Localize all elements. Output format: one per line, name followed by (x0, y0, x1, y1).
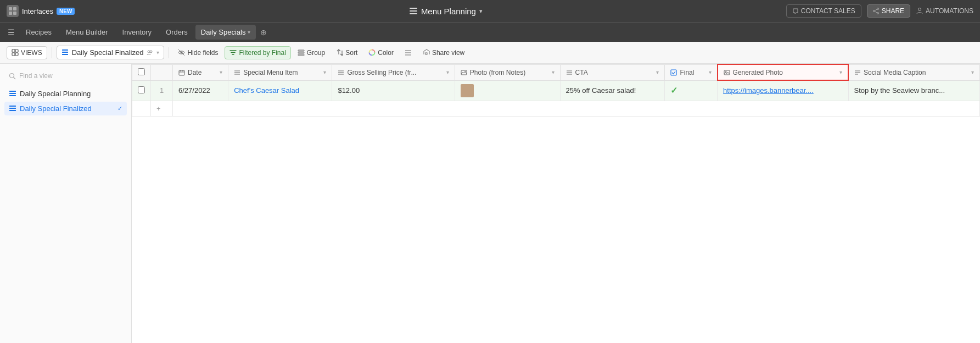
sort-icon (336, 49, 343, 56)
separator-2 (169, 47, 169, 58)
add-row-checkbox (132, 101, 151, 116)
nav-tab-orders[interactable]: Orders (159, 25, 194, 40)
app-title-arrow: ▾ (479, 8, 483, 15)
svg-point-9 (873, 10, 875, 12)
smi-col-arrow: ▾ (323, 69, 326, 75)
contact-sales-button[interactable]: CONTACT SALES (786, 4, 861, 18)
svg-rect-4 (410, 8, 417, 9)
svg-rect-2 (9, 12, 12, 15)
row-checkbox[interactable] (138, 86, 145, 93)
gsp-col-arrow: ▾ (446, 69, 449, 75)
row-cta-cell: 25% off Caesar salad! (560, 80, 665, 101)
svg-point-21 (150, 51, 152, 53)
sidebar: Find a view Daily Special Planning Daily… (0, 64, 132, 343)
th-row-num (151, 64, 173, 80)
interfaces-logo[interactable]: Interfaces NEW (7, 5, 75, 17)
color-button[interactable]: Color (364, 47, 398, 59)
sidebar-item-finalized-label: Daily Special Finalized (20, 104, 92, 113)
svg-rect-17 (62, 49, 68, 51)
views-label: VIEWS (21, 49, 42, 57)
svg-rect-6 (410, 13, 417, 14)
photo-icon (724, 69, 730, 76)
row-height-button[interactable] (400, 47, 416, 58)
svg-rect-25 (298, 52, 304, 53)
add-row-plus[interactable]: + (151, 101, 173, 116)
svg-rect-40 (179, 70, 184, 75)
svg-rect-38 (9, 108, 16, 109)
row-checkbox-cell[interactable] (132, 80, 151, 101)
smc-col-arrow: ▾ (971, 69, 974, 75)
view-name-arrow: ▾ (156, 49, 159, 56)
filter-label: Filtered by Final (239, 49, 285, 57)
main-layout: Find a view Daily Special Planning Daily… (0, 64, 980, 343)
svg-rect-18 (62, 52, 68, 53)
sort-button[interactable]: Sort (332, 47, 362, 59)
row-generated-photo-cell[interactable]: https://images.bannerbear.... (718, 80, 848, 101)
view-name-button[interactable]: Daily Special Finalized ▾ (57, 46, 165, 59)
select-all-checkbox[interactable] (138, 68, 145, 75)
sidebar-item-finalized[interactable]: Daily Special Finalized ✓ (4, 102, 127, 115)
grid-icon-finalized (9, 105, 16, 113)
photo-col-arrow: ▾ (552, 69, 555, 75)
svg-rect-37 (9, 106, 16, 107)
grid-view-icon (61, 49, 69, 56)
contact-sales-label: CONTACT SALES (801, 7, 855, 15)
color-label: Color (378, 49, 394, 57)
user-group-icon (147, 49, 153, 56)
sidebar-item-planning[interactable]: Daily Special Planning (4, 87, 127, 101)
top-bar-center: Menu Planning ▾ (110, 7, 782, 16)
secondary-nav: ☰ Recipes Menu Builder Inventory Orders … (0, 22, 980, 42)
svg-point-12 (919, 8, 921, 11)
nav-tab-inventory[interactable]: Inventory (116, 25, 158, 40)
svg-rect-55 (671, 70, 676, 75)
generated-photo-link[interactable]: https://images.bannerbear.... (723, 86, 814, 95)
th-gross-selling-price[interactable]: Gross Selling Price (fr... ▾ (332, 64, 455, 80)
row-height-icon (405, 49, 412, 56)
views-button[interactable]: VIEWS (7, 46, 47, 59)
toolbar: VIEWS Daily Special Finalized ▾ Hide fie… (0, 42, 980, 64)
row-menu-item-cell[interactable]: Chef's Caesar Salad (228, 80, 332, 101)
cta-col-arrow: ▾ (656, 69, 659, 75)
sidebar-search-placeholder: Find a view (19, 72, 53, 80)
list-icon-3 (566, 69, 573, 76)
nav-tab-recipes[interactable]: Recipes (19, 25, 58, 40)
eye-icon (178, 49, 185, 56)
new-badge: NEW (57, 8, 75, 15)
add-row[interactable]: + (132, 101, 980, 116)
svg-rect-1 (13, 7, 16, 10)
filter-button[interactable]: Filtered by Final (225, 46, 290, 59)
hide-fields-button[interactable]: Hide fields (173, 47, 222, 59)
th-social-media-caption[interactable]: Social Media Caption ▾ (848, 64, 979, 80)
th-special-menu-item[interactable]: Special Menu Item ▾ (228, 64, 332, 80)
hide-fields-label: Hide fields (187, 49, 218, 57)
nav-tab-daily-specials[interactable]: Daily Specials ▾ (195, 25, 256, 40)
th-date[interactable]: Date ▾ (173, 64, 228, 80)
th-generated-photo[interactable]: Generated Photo ▾ (718, 64, 848, 80)
svg-line-10 (875, 9, 877, 10)
menu-item-link[interactable]: Chef's Caesar Salad (234, 86, 299, 95)
app-title[interactable]: Menu Planning (421, 7, 476, 16)
row-date-cell[interactable]: 6/27/2022 (173, 80, 228, 101)
add-tab-button[interactable]: ⊕ (257, 25, 270, 40)
automations-button[interactable]: AUTOMATIONS (916, 7, 973, 15)
final-checkmark: ✓ (670, 86, 677, 95)
th-final[interactable]: Final ▾ (665, 64, 718, 80)
th-checkbox[interactable] (132, 64, 151, 80)
svg-point-20 (148, 51, 150, 53)
svg-point-7 (877, 8, 878, 10)
svg-rect-35 (9, 93, 16, 94)
share-view-button[interactable]: Share view (418, 47, 469, 59)
views-icon (12, 49, 19, 56)
user-icon (916, 7, 923, 15)
automations-label: AUTOMATIONS (926, 7, 973, 15)
th-photo[interactable]: Photo (from Notes) ▾ (455, 64, 560, 80)
share-button[interactable]: SHARE (867, 4, 910, 18)
row-photo-cell (455, 80, 560, 101)
group-button[interactable]: Group (293, 47, 329, 59)
sidebar-search[interactable]: Find a view (4, 69, 127, 82)
view-name-label: Daily Special Finalized (72, 48, 144, 57)
th-cta[interactable]: CTA ▾ (560, 64, 665, 80)
hamburger-menu[interactable]: ☰ (4, 25, 18, 40)
nav-tab-menu-builder[interactable]: Menu Builder (59, 25, 115, 40)
grid-icon-planning (9, 90, 16, 98)
